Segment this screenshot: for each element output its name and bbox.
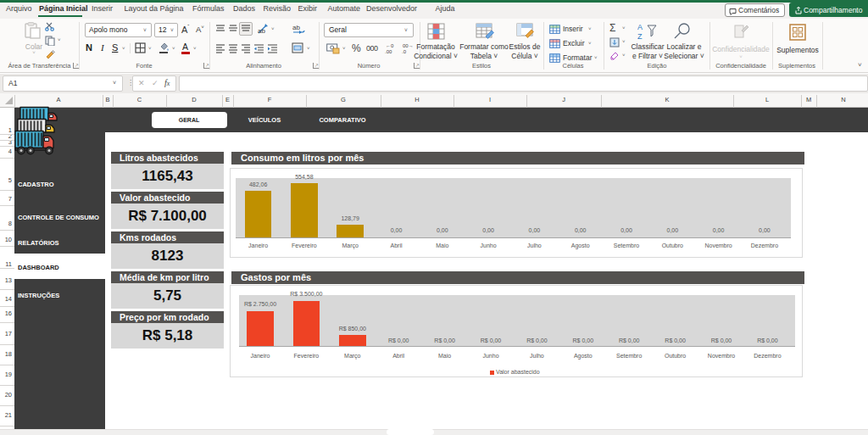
svg-text:←0: ←0 — [386, 43, 394, 48]
svg-text:A: A — [637, 23, 643, 31]
svg-text:Z: Z — [637, 32, 643, 41]
svg-text:.00: .00 — [385, 49, 392, 54]
svg-text:ab: ab — [258, 27, 265, 35]
svg-text:ab: ab — [292, 24, 300, 31]
